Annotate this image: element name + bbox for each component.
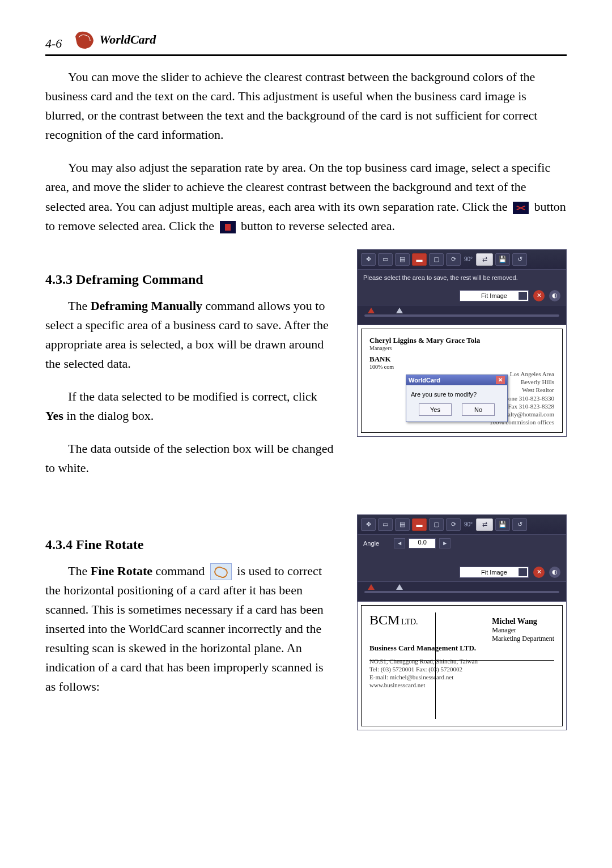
toolbar-finerotate-icon[interactable]: ⟳ <box>446 253 461 266</box>
card-person-dept: Marketing Department <box>492 635 554 643</box>
paragraph-2: You may also adjust the separation rate … <box>45 158 567 235</box>
card-logo: BCM <box>369 612 400 628</box>
slider-pointer-red-icon[interactable] <box>368 308 375 313</box>
deframe-toolbar: ✥ ▭ ▤ ▬ ▢ ⟳ 90° ⇄ 💾 ↺ <box>358 250 566 270</box>
dialog-title: WorldCard <box>409 377 440 384</box>
separation-slider[interactable] <box>358 305 566 325</box>
rotate-guide-vertical <box>435 612 436 719</box>
toolbar-rot-label: 90° <box>463 521 474 527</box>
fine-rotate-icon <box>210 563 232 580</box>
page-header: 4-6 WorldCard <box>45 28 567 56</box>
zoom-select[interactable]: Fit Image <box>460 290 529 301</box>
toolbar-browse-icon[interactable]: ▤ <box>395 253 410 266</box>
toolbar-stop-icon[interactable]: ▬ <box>412 253 427 266</box>
toolbar-save-icon[interactable]: 💾 <box>495 518 510 531</box>
page-number: 4-6 <box>45 36 62 51</box>
card-preview-deframe[interactable]: Cheryl Liggins & Mary Grace Tola Manager… <box>361 329 563 433</box>
deframe-instruction: Please select the area to save, the rest… <box>358 270 566 289</box>
toolbar-revert-icon[interactable]: ↺ <box>512 253 527 266</box>
slider-pointer-white-icon[interactable] <box>396 308 403 313</box>
s433-p1: The Deframing Manually command allows yo… <box>45 296 334 373</box>
toolbar-browse-icon[interactable]: ▤ <box>395 518 410 531</box>
dialog-yes-button[interactable]: Yes <box>419 403 452 416</box>
remove-area-icon <box>513 202 529 214</box>
remove-area-button[interactable]: ✕ <box>533 290 545 301</box>
s433-p3: The data outside of the selection box wi… <box>45 439 334 478</box>
toolbar-cardswap-icon[interactable]: ⇄ <box>476 253 493 266</box>
reverse-area-icon <box>220 221 236 233</box>
separation-slider[interactable] <box>358 581 566 602</box>
paragraph-1: You can move the slider to achieve the c… <box>45 67 567 144</box>
card-name: Cheryl Liggins & Mary Grace Tola <box>369 336 554 345</box>
heading-433: 4.3.3 Deframing Command <box>45 272 334 287</box>
toolbar-card-icon[interactable]: ▢ <box>429 518 444 531</box>
dialog-no-button[interactable]: No <box>462 403 495 416</box>
slider-pointer-red-icon[interactable] <box>368 584 375 590</box>
rotate-guide-horizontal <box>369 660 554 661</box>
slider-pointer-white-icon[interactable] <box>396 584 403 590</box>
toolbar-finerotate-icon[interactable]: ⟳ <box>446 518 461 531</box>
s434-p1: The Fine Rotate command is used to corre… <box>45 561 334 697</box>
s433-p2: If the data selected to be modified is c… <box>45 387 334 426</box>
card-pct: 100% com <box>369 364 554 370</box>
paragraph-2a: You may also adjust the separation rate … <box>45 160 550 213</box>
remove-area-button[interactable]: ✕ <box>533 567 545 578</box>
card-web: www.businesscard.net <box>369 681 554 689</box>
zoom-select[interactable]: Fit Image <box>460 567 529 578</box>
card-tel: Tel: (03) 5720001 Fax: (03) 5720002 <box>369 665 554 673</box>
toolbar-stop-icon[interactable]: ▬ <box>412 518 427 531</box>
angle-input[interactable]: 0.0 <box>409 538 436 548</box>
toolbar-scan-icon[interactable]: ▭ <box>378 253 393 266</box>
dialog-close-button[interactable]: ✕ <box>496 376 505 384</box>
angle-increase-button[interactable]: ► <box>439 538 450 548</box>
card-address: NO.51, Chenggong Road, Shinchu, Taiwan <box>369 657 554 665</box>
toolbar-move-icon[interactable]: ✥ <box>361 253 376 266</box>
card-subtitle: Managers <box>369 345 554 351</box>
card-bank: BANK <box>369 355 554 364</box>
reverse-area-button[interactable]: ◐ <box>549 567 560 578</box>
finerotate-panel: ✥ ▭ ▤ ▬ ▢ ⟳ 90° ⇄ 💾 ↺ Angle ◄ 0.0 ► <box>357 514 567 730</box>
toolbar-card-icon[interactable]: ▢ <box>429 253 444 266</box>
product-name: WorldCard <box>99 32 156 47</box>
finerotate-toolbar: ✥ ▭ ▤ ▬ ▢ ⟳ 90° ⇄ 💾 ↺ <box>358 515 566 535</box>
confirm-dialog: WorldCard ✕ Are you sure to modify? Yes … <box>406 375 508 422</box>
heading-434: 4.3.4 Fine Rotate <box>45 537 334 552</box>
deframe-panel: ✥ ▭ ▤ ▬ ▢ ⟳ 90° ⇄ 💾 ↺ Please select the … <box>357 249 567 437</box>
angle-label: Angle <box>363 540 379 547</box>
card-person-name: Michel Wang <box>492 617 554 626</box>
toolbar-revert-icon[interactable]: ↺ <box>512 518 527 531</box>
toolbar-rot-label: 90° <box>463 256 474 262</box>
dialog-message: Are you sure to modify? <box>406 385 507 403</box>
toolbar-move-icon[interactable]: ✥ <box>361 518 376 531</box>
angle-decrease-button[interactable]: ◄ <box>394 538 405 548</box>
card-preview-finerotate[interactable]: BCM LTD. Michel Wang Manager Marketing D… <box>361 605 563 726</box>
card-company: Business Card Management LTD. <box>369 644 554 653</box>
toolbar-save-icon[interactable]: 💾 <box>495 253 510 266</box>
reverse-area-button[interactable]: ◐ <box>549 290 560 301</box>
paragraph-2c: button to reverse selected area. <box>241 219 395 233</box>
toolbar-cardswap-icon[interactable]: ⇄ <box>476 518 493 531</box>
card-person-title: Manager <box>492 626 554 635</box>
card-email: E-mail: michel@businesscard.net <box>369 673 554 681</box>
worldcard-logo-icon <box>73 28 96 51</box>
toolbar-scan-icon[interactable]: ▭ <box>378 518 393 531</box>
